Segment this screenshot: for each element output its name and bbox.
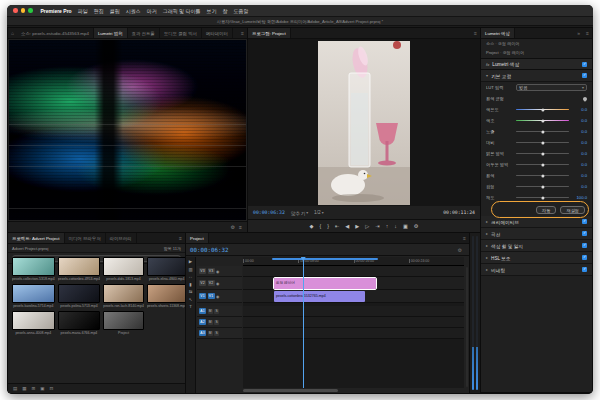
- track-header-v3[interactable]: V3 V3 ◉: [197, 266, 242, 277]
- tab-sequence[interactable]: Project: [186, 233, 209, 243]
- step-back-icon[interactable]: ◀: [345, 223, 349, 229]
- effect-enabled-checkbox[interactable]: ✓: [582, 62, 587, 67]
- track-lane-a1[interactable]: [243, 306, 464, 317]
- track-target-v1[interactable]: V1: [208, 293, 215, 299]
- settings-icon[interactable]: ⚙: [414, 223, 419, 229]
- panel-menu-icon[interactable]: ≡: [471, 28, 480, 38]
- double-chevron-icon[interactable]: »: [574, 28, 583, 38]
- media-item[interactable]: pexels-polina-5713.mp4: [58, 284, 101, 308]
- lumetri-master-label[interactable]: Project · 조정 레이어: [486, 49, 524, 57]
- media-item[interactable]: pexels-collection-5318.mp4: [12, 257, 55, 281]
- slider-knob[interactable]: [541, 174, 544, 177]
- timeline-settings-icon[interactable]: ⚙: [455, 247, 465, 253]
- track-header-a1[interactable]: A1 M S: [197, 306, 242, 317]
- panel-menu-icon[interactable]: ≡: [460, 233, 469, 243]
- blacks-slider[interactable]: [516, 186, 569, 188]
- saturation-slider[interactable]: [516, 197, 569, 199]
- tab-metadata[interactable]: 메타데이터: [202, 28, 233, 38]
- media-thumbnail[interactable]: [12, 284, 55, 303]
- track-header-v1[interactable]: V1 V1 ◉: [197, 290, 242, 303]
- tab-audio-clip-mixer[interactable]: 오디오 클립 믹서: [160, 28, 202, 38]
- slider-knob[interactable]: [541, 108, 544, 111]
- slider-knob[interactable]: [541, 119, 544, 122]
- chevron-right-icon[interactable]: ▸: [486, 255, 488, 260]
- media-thumbnail[interactable]: [147, 284, 185, 303]
- playhead-timecode[interactable]: 00:00:06:32: [253, 210, 285, 215]
- tab-effect-controls[interactable]: 효과 컨트롤: [128, 28, 160, 38]
- source-patch-a3[interactable]: A3: [199, 330, 206, 336]
- media-thumbnail[interactable]: [103, 311, 144, 330]
- solo-button[interactable]: S: [214, 309, 219, 314]
- timeline-timecode[interactable]: 00:00:06:32: [190, 247, 228, 253]
- fit-dropdown[interactable]: 맞추기 ▾: [291, 210, 308, 216]
- track-header-a2[interactable]: A2 M S: [197, 317, 242, 328]
- new-item-icon[interactable]: ▣: [40, 386, 44, 391]
- panel-menu-icon[interactable]: ≡: [176, 233, 185, 243]
- menu-item[interactable]: 편집: [94, 8, 104, 14]
- menu-item[interactable]: 클립: [110, 8, 120, 14]
- media-item[interactable]: pexels-anna-4008.mp4: [12, 311, 55, 335]
- section-checkbox[interactable]: ✓: [582, 219, 587, 224]
- contrast-slider[interactable]: [516, 142, 569, 144]
- shadows-slider[interactable]: [516, 164, 569, 166]
- source-patch-a2[interactable]: A2: [199, 319, 206, 325]
- media-item[interactable]: pexels-cottonbro-4953.mp4: [58, 257, 101, 281]
- auto-button[interactable]: 자동: [536, 206, 556, 214]
- tab-lumetri-scopes[interactable]: Lumetri 범위: [94, 28, 128, 38]
- media-thumbnail[interactable]: [58, 284, 101, 303]
- tab-libraries[interactable]: 라이브러리: [106, 233, 137, 243]
- source-patch-v1[interactable]: V1: [199, 293, 206, 299]
- chevron-right-icon[interactable]: ▸: [486, 231, 488, 236]
- slider-knob[interactable]: [541, 141, 544, 144]
- media-thumbnail[interactable]: [12, 311, 55, 330]
- section-vignette[interactable]: ▸ 비네팅 ✓: [481, 264, 592, 276]
- scopes-settings-icon[interactable]: ⚙: [231, 224, 235, 230]
- exposure-slider[interactable]: [516, 131, 569, 133]
- section-checkbox[interactable]: ✓: [582, 255, 587, 260]
- media-thumbnail[interactable]: [147, 257, 185, 276]
- tab-program-monitor[interactable]: 프로그램: Project: [248, 28, 291, 38]
- section-checkbox[interactable]: ✓: [582, 231, 587, 236]
- track-lane-a2[interactable]: [243, 317, 464, 328]
- menu-item[interactable]: 보기: [206, 8, 216, 14]
- tab-project[interactable]: 프로젝트: Advert Project: [8, 233, 65, 243]
- go-to-in-icon[interactable]: ⇤: [335, 223, 339, 229]
- play-icon[interactable]: ▶: [355, 223, 359, 229]
- menu-item[interactable]: 파일: [78, 8, 88, 14]
- icon-view-icon[interactable]: ▦: [22, 386, 26, 391]
- add-marker-icon[interactable]: ◆: [310, 223, 314, 229]
- new-bin-icon[interactable]: ⊞: [32, 386, 36, 391]
- temperature-slider[interactable]: [516, 109, 569, 111]
- track-lane-v3[interactable]: [243, 266, 464, 277]
- source-patch-v3[interactable]: V3: [199, 268, 206, 274]
- export-frame-icon[interactable]: ▣: [403, 223, 408, 229]
- timeline-clip[interactable]: 조정 레이어: [274, 278, 376, 289]
- basic-correction-checkbox[interactable]: ✓: [582, 73, 587, 78]
- media-thumbnail[interactable]: [58, 311, 101, 330]
- slider-knob[interactable]: [541, 152, 544, 155]
- slider-knob[interactable]: [541, 185, 544, 188]
- reset-button[interactable]: 재설정: [560, 206, 585, 214]
- wb-eyedropper-icon[interactable]: [582, 96, 588, 102]
- ripple-edit-tool[interactable]: ↔: [188, 274, 192, 279]
- source-patch-v2[interactable]: V2: [199, 280, 206, 286]
- go-to-out-icon[interactable]: ⇥: [375, 223, 379, 229]
- selection-tool[interactable]: ▶: [189, 259, 192, 264]
- type-tool[interactable]: T: [189, 304, 192, 309]
- media-item[interactable]: pexels-dids-1813.mp4: [103, 257, 144, 281]
- track-target-v2[interactable]: V2: [208, 280, 215, 286]
- extract-icon[interactable]: ↓: [394, 223, 397, 229]
- menu-item[interactable]: 마커: [147, 8, 157, 14]
- chevron-down-icon[interactable]: ▾: [486, 73, 488, 78]
- playhead[interactable]: [303, 257, 304, 388]
- timeline-clip[interactable]: pexels-cottonbro-5532765.mp4: [274, 291, 365, 302]
- track-target-v3[interactable]: V3: [208, 268, 215, 274]
- step-forward-icon[interactable]: ▷: [365, 223, 369, 229]
- slider-knob[interactable]: [541, 163, 544, 166]
- media-thumbnail[interactable]: [103, 257, 144, 276]
- track-header-a3[interactable]: A3 M S: [197, 328, 242, 339]
- slider-knob[interactable]: [541, 130, 544, 133]
- minimize-button[interactable]: [21, 8, 26, 13]
- panel-menu-icon[interactable]: ≡: [238, 28, 247, 38]
- media-item[interactable]: pexels-karolina-5714.mp4: [12, 284, 55, 308]
